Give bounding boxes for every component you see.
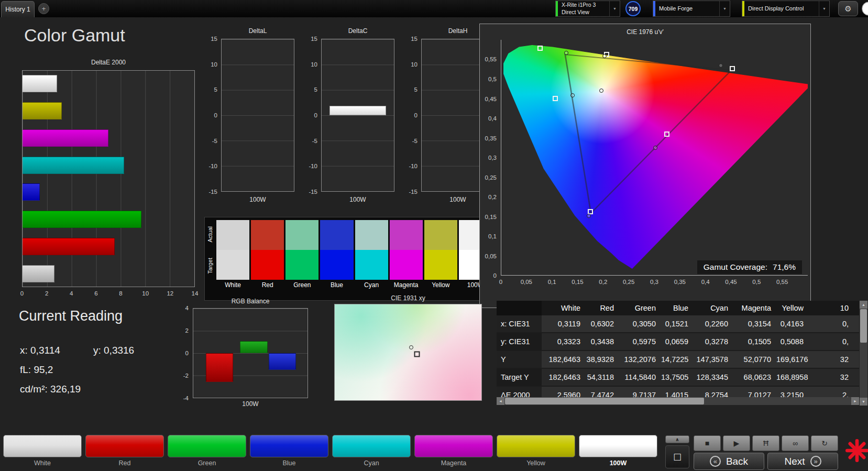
patch-swatch xyxy=(168,435,246,457)
patch-label: Red xyxy=(85,457,164,467)
patch-100w[interactable]: 100W xyxy=(579,435,657,467)
axis-tick-label: 14 xyxy=(192,290,199,297)
table-cell: 0,3438 xyxy=(586,337,619,346)
patch-yellow[interactable]: Yellow xyxy=(497,435,575,467)
axis-tick-label: 0 xyxy=(185,350,189,356)
continuous-button[interactable]: ∞ xyxy=(782,435,809,451)
axis-tick-label: 5 xyxy=(214,86,217,93)
patch-label: Yellow xyxy=(497,457,575,467)
add-tab-button[interactable]: + xyxy=(38,3,49,14)
target-marker xyxy=(414,352,420,357)
patch-label: 100W xyxy=(579,457,657,467)
patch-red[interactable]: Red xyxy=(85,435,164,467)
swatch-target xyxy=(216,250,249,280)
table-cell: 52,0770 xyxy=(733,355,776,364)
expand-panel-button[interactable]: ∧ xyxy=(665,435,689,443)
table-column-header: 10 xyxy=(809,304,854,312)
patch-magenta[interactable]: Magenta xyxy=(414,435,493,467)
table-cell: 1,4015 xyxy=(661,391,694,397)
next-button[interactable]: Next » xyxy=(767,453,838,470)
display-control-dropdown[interactable]: Direct Display Control ▼ xyxy=(742,1,830,17)
swatch-actual xyxy=(251,220,284,250)
axis-tick-label: 0,1 xyxy=(548,279,556,285)
table-cell: 8,2754 xyxy=(694,391,733,397)
table-horizontal-scrollbar[interactable]: ◄ ► xyxy=(497,397,859,405)
x-axis: 02468101214 xyxy=(22,290,195,298)
reading-fl: fL: 95,2 xyxy=(20,364,53,376)
chart-title: DeltaC xyxy=(321,27,394,35)
swatch-column-magenta: Magenta xyxy=(390,220,423,299)
swatch-columns: WhiteRedGreenBlueCyanMagentaYellow100W xyxy=(216,220,492,299)
table-column-header: Green xyxy=(619,304,661,312)
axis-tick-label: 0,55 xyxy=(485,56,497,62)
scroll-left-button[interactable]: ◄ xyxy=(497,397,504,405)
gamut-coverage-value: 71,6% xyxy=(773,262,796,272)
axis-tick-label: 0,05 xyxy=(485,253,497,259)
stop-button[interactable]: ■ xyxy=(694,435,721,451)
axis-tick-label: 0,45 xyxy=(725,279,737,285)
scroll-down-button[interactable]: ▼ xyxy=(860,398,867,406)
table-cell: 3,2150 xyxy=(776,391,809,397)
table-cell: 0,1521 xyxy=(661,320,694,328)
table-vertical-scrollbar[interactable]: ▲ ▼ xyxy=(860,301,867,406)
app-logo-circle[interactable] xyxy=(862,2,868,16)
source-label: Mobile Forge xyxy=(655,1,719,16)
axis-tick-label: 0 xyxy=(314,112,317,118)
table-row: x: CIE310,31190,63020,30500,15210,22600,… xyxy=(497,315,859,333)
axis-tick-label: 0,5 xyxy=(752,279,761,285)
table-column-header: Blue xyxy=(661,304,694,312)
table-cell: 0,2260 xyxy=(694,320,733,328)
cie-uv-panel: CIE 1976 u'v' 00,050,10,150,20,250,30,35… xyxy=(479,24,811,308)
loop-button[interactable]: ↻ xyxy=(811,435,838,451)
target-marker xyxy=(664,132,669,137)
swatch-actual xyxy=(355,220,388,250)
axis-tick-label: 12 xyxy=(167,290,173,297)
rgb-balance-chart: RGB Balance 420-2-4 100W xyxy=(178,298,312,411)
patch-label: Green xyxy=(168,457,246,467)
table-cell: 0,3278 xyxy=(694,337,733,346)
axis-tick-label: 0 xyxy=(499,279,502,285)
back-button[interactable]: « Back xyxy=(694,453,764,470)
table-column-header: Cyan xyxy=(694,304,733,312)
axis-tick-label: 0 xyxy=(493,272,497,279)
swatch-column-red: Red xyxy=(251,220,284,299)
axis-tick-label: 0,2 xyxy=(488,194,497,200)
back-label: Back xyxy=(726,456,748,467)
deltae-bar-green xyxy=(23,211,141,228)
y-axis: 151050-5-10-15 xyxy=(204,39,220,192)
history-tab[interactable]: History 1 xyxy=(1,1,35,17)
table-column-header: Magenta xyxy=(733,304,776,312)
meter-selector-dropdown[interactable]: X-Rite i1Pro 3 Direct View ▼ xyxy=(555,1,620,17)
scroll-up-button[interactable]: ▲ xyxy=(860,301,867,309)
topbar: History 1 + X-Rite i1Pro 3 Direct View ▼… xyxy=(0,0,868,17)
axis-tick-label: 0 xyxy=(20,290,24,297)
scroll-right-button[interactable]: ► xyxy=(851,397,859,405)
alert-asterisk-icon[interactable] xyxy=(845,439,868,462)
axis-tick-label: -15 xyxy=(208,189,217,195)
y-axis: 151050-5-10-15 xyxy=(404,39,420,192)
axis-tick-label: 0,1 xyxy=(488,233,497,239)
swatch-column-white: White xyxy=(216,220,249,299)
patch-green[interactable]: Green xyxy=(168,435,246,467)
vertical-scroll-thumb[interactable] xyxy=(860,309,867,343)
patch-cyan[interactable]: Cyan xyxy=(332,435,411,467)
measurement-marker xyxy=(653,146,657,150)
play-button[interactable]: ▶ xyxy=(723,435,750,451)
patch-blue[interactable]: Blue xyxy=(250,435,328,467)
deltae-bar-blue xyxy=(23,183,40,201)
table-cell: 168,8958 xyxy=(776,373,809,381)
patch-window-button[interactable]: □ xyxy=(665,445,689,468)
source-selector-dropdown[interactable]: Mobile Forge ▼ xyxy=(653,1,730,17)
measure-button[interactable]: Ħ xyxy=(752,435,779,451)
table-header: WhiteRedGreenBlueCyanMagentaYellow10 xyxy=(497,301,859,315)
horizontal-scroll-thumb[interactable] xyxy=(505,398,704,404)
table-cell: 0,3323 xyxy=(542,337,586,346)
swatch-label: Magenta xyxy=(390,280,423,289)
chevron-down-icon: ▼ xyxy=(819,1,829,16)
table-cell: 169,6176 xyxy=(776,355,809,364)
table-row-label: ΔE 2000 xyxy=(497,387,542,397)
axis-tick-label: -10 xyxy=(409,163,417,169)
colorspace-badge[interactable]: 709 xyxy=(625,1,641,16)
settings-button[interactable]: ⚙ xyxy=(838,1,858,16)
patch-white[interactable]: White xyxy=(3,435,82,467)
